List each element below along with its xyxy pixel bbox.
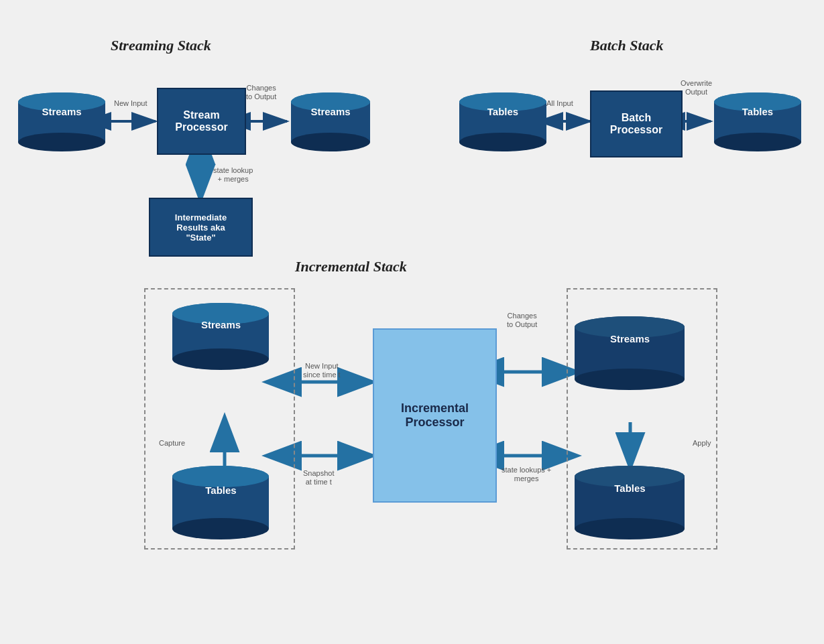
svg-point-24 — [291, 133, 370, 151]
stream-input-label: Streams — [15, 106, 109, 117]
batch-input-cylinder: Tables — [456, 92, 550, 151]
stream-processor-box: Stream Processor — [157, 88, 246, 155]
apply-label: Apply — [693, 439, 711, 448]
changes-output2-label: Changes to Output — [507, 312, 537, 329]
svg-point-36 — [172, 348, 269, 370]
svg-point-40 — [172, 518, 269, 539]
svg-point-32 — [714, 133, 801, 151]
snapshot-label: Snapshot at time t — [303, 469, 334, 487]
all-input-label: All Input — [546, 99, 573, 108]
svg-point-48 — [575, 518, 685, 539]
stream-output-label: Streams — [288, 106, 373, 117]
inc-input-streams-cylinder: Streams — [169, 303, 273, 370]
stream-input-cylinder: Streams — [15, 92, 109, 151]
svg-point-44 — [575, 369, 685, 390]
streaming-stack-title: Streaming Stack — [111, 37, 211, 54]
inc-input-tables-label: Tables — [169, 485, 273, 496]
inc-output-tables-cylinder: Tables — [571, 466, 689, 539]
batch-output-cylinder: Tables — [711, 92, 805, 151]
changes-to-output-label: Changes to Output — [246, 84, 276, 101]
inc-output-streams-cylinder: Streams — [571, 316, 689, 390]
capture-label: Capture — [159, 439, 185, 448]
inc-input-streams-label: Streams — [169, 319, 273, 330]
inc-output-tables-label: Tables — [571, 482, 689, 494]
svg-point-20 — [18, 133, 105, 151]
batch-processor-box: Batch Processor — [590, 90, 683, 157]
state-lookups-label: state lookups + merges — [502, 466, 551, 483]
inc-input-tables-cylinder: Tables — [169, 466, 273, 539]
diagram: Streaming Stack Streams Stream Processor… — [0, 0, 824, 644]
overwrite-output-label: Overwrite Output — [681, 79, 712, 96]
inc-output-streams-label: Streams — [571, 333, 689, 344]
incremental-processor-box: Incremental Processor — [373, 328, 497, 503]
new-input-since-label: New Input since time t — [303, 362, 341, 379]
batch-input-label: Tables — [456, 106, 550, 117]
batch-stack-title: Batch Stack — [590, 37, 663, 54]
state-lookup-label: state lookup + merges — [213, 166, 253, 184]
incremental-stack-title: Incremental Stack — [295, 258, 407, 275]
batch-output-label: Tables — [711, 106, 805, 117]
stream-output-cylinder: Streams — [288, 92, 373, 151]
svg-point-28 — [459, 133, 546, 151]
intermediate-results-box: Intermediate Results aka "State" — [149, 198, 253, 257]
new-input-label: New Input — [114, 99, 148, 108]
